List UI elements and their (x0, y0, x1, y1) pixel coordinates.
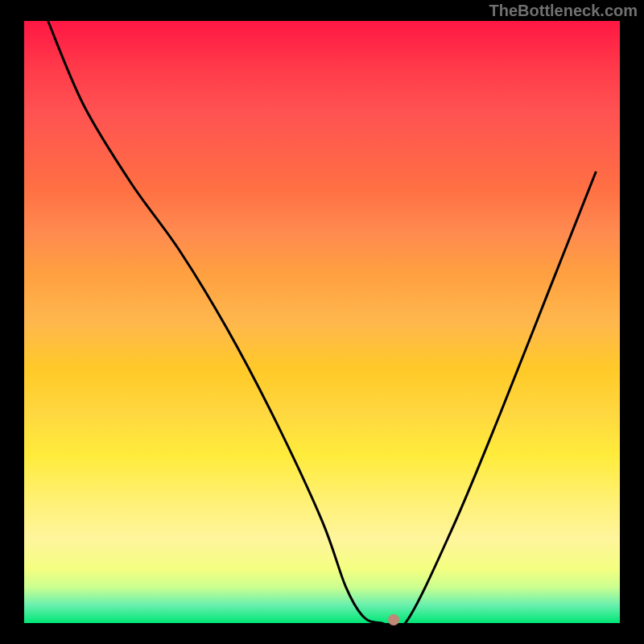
curve-svg (0, 0, 644, 644)
optimal-point-marker (388, 614, 399, 625)
watermark-text: TheBottleneck.com (489, 2, 638, 20)
chart-container: TheBottleneck.com (0, 0, 644, 644)
bottleneck-curve-path (48, 21, 597, 630)
